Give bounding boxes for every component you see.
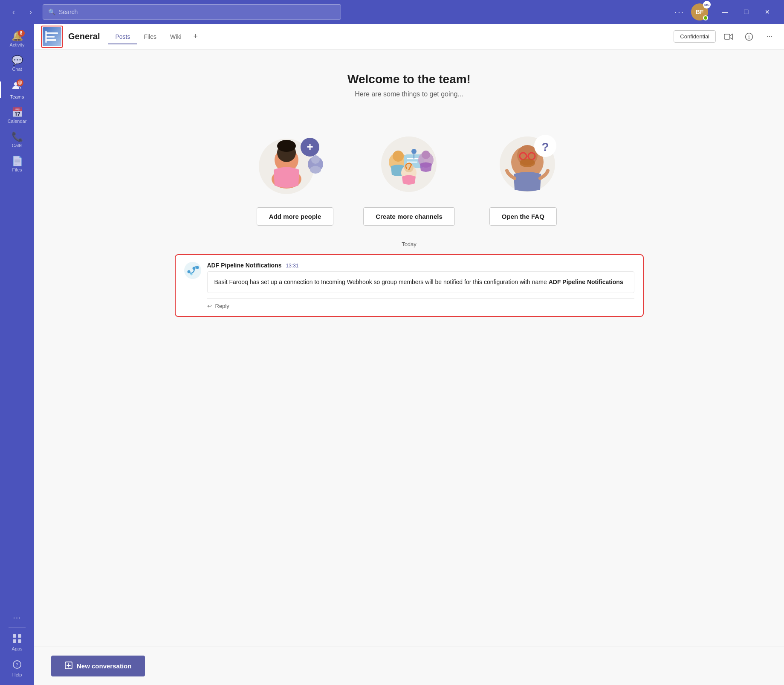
user-avatar-container[interactable]: BF MS: [691, 3, 708, 20]
calls-label: Calls: [12, 143, 22, 148]
svg-point-36: [422, 151, 430, 159]
files-icon: 📄: [12, 157, 23, 166]
add-people-button[interactable]: Add more people: [257, 207, 334, 226]
svg-text:?: ?: [16, 662, 18, 668]
search-placeholder: Search: [59, 9, 78, 15]
svg-rect-8: [46, 32, 58, 34]
add-people-illustration: +: [252, 124, 338, 200]
search-bar[interactable]: 🔍 Search: [43, 4, 341, 20]
welcome-subtitle: Here are some things to get going...: [51, 90, 767, 98]
teams-label: Teams: [10, 94, 24, 99]
svg-rect-9: [46, 36, 55, 38]
teams-badge: @: [17, 79, 23, 86]
sidebar-item-activity[interactable]: 🔔 8 Activity: [0, 27, 34, 52]
svg-point-27: [393, 151, 404, 162]
apps-label: Apps: [12, 646, 22, 651]
calls-icon: 📞: [12, 132, 23, 142]
channel-icon-box: [41, 26, 63, 48]
tab-wiki[interactable]: Wiki: [163, 30, 188, 44]
svg-text:?: ?: [541, 140, 549, 154]
close-button[interactable]: ✕: [758, 5, 777, 19]
maximize-button[interactable]: ☐: [736, 5, 756, 19]
video-call-button[interactable]: [721, 29, 736, 44]
svg-point-23: [311, 155, 320, 164]
svg-point-34: [404, 163, 414, 172]
svg-point-48: [192, 267, 195, 270]
message-header: ADF Pipeline Notifications 13:31: [207, 262, 634, 269]
tab-add-button[interactable]: +: [188, 29, 203, 44]
apps-icon: [12, 634, 22, 645]
search-icon: 🔍: [48, 9, 55, 15]
sidebar-item-calls[interactable]: 📞 Calls: [0, 128, 34, 152]
channel-more-button[interactable]: ···: [762, 29, 777, 44]
activity-icon: 🔔 8: [12, 32, 23, 41]
window-controls: — ☐ ✕: [715, 5, 777, 19]
channel-icon-inner: [43, 27, 61, 46]
calendar-icon: 📅: [12, 108, 23, 117]
teams-icon: @: [12, 80, 23, 93]
sidebar-item-calendar[interactable]: 📅 Calendar: [0, 104, 34, 128]
channel-tabs: Posts Files Wiki +: [108, 29, 203, 44]
action-card-channels: Create more channels: [363, 124, 455, 226]
message-content: Basit Farooq has set up a connection to …: [207, 271, 634, 293]
action-card-faq: ? Open the FAQ: [480, 124, 566, 226]
today-label: Today: [402, 241, 417, 247]
ms-badge: MS: [703, 1, 711, 9]
app-body: 🔔 8 Activity 💬 Chat @ Teams: [0, 24, 784, 685]
sidebar-item-help[interactable]: ? Help: [0, 656, 34, 682]
posts-content: Welcome to the team! Here are some thing…: [34, 49, 784, 647]
forward-button[interactable]: ›: [24, 5, 38, 19]
back-button[interactable]: ‹: [7, 5, 20, 19]
action-card-add-people: + Add more people: [252, 124, 338, 226]
sidebar-item-chat[interactable]: 💬 Chat: [0, 52, 34, 76]
channel-header: General Posts Files Wiki + Confidential: [34, 24, 784, 49]
help-label: Help: [12, 672, 22, 677]
sidebar-item-teams[interactable]: @ Teams: [0, 76, 34, 104]
message-text-plain: Basit Farooq has set up a connection to …: [214, 279, 549, 285]
compose-icon: [65, 662, 72, 670]
svg-rect-2: [13, 634, 16, 638]
message-body: ADF Pipeline Notifications 13:31 Basit F…: [207, 262, 634, 309]
online-status-dot: [703, 15, 708, 20]
svg-point-31: [411, 149, 417, 154]
message-time: 13:31: [286, 263, 299, 269]
more-apps-dots[interactable]: ···: [9, 609, 25, 626]
svg-point-43: [520, 159, 535, 167]
svg-point-49: [196, 266, 199, 269]
nav-arrows: ‹ ›: [7, 5, 38, 19]
today-divider: Today: [51, 241, 767, 247]
confidential-button[interactable]: Confidential: [674, 30, 716, 43]
minimize-button[interactable]: —: [715, 5, 735, 19]
welcome-section: Welcome to the team! Here are some thing…: [51, 60, 767, 111]
svg-point-24: [310, 166, 321, 174]
sidebar-item-apps[interactable]: Apps: [0, 630, 34, 656]
welcome-title: Welcome to the team!: [51, 73, 767, 86]
svg-text:i: i: [748, 34, 750, 40]
channels-illustration: [366, 124, 451, 200]
new-conversation-button[interactable]: New conversation: [51, 656, 145, 676]
message-bot-avatar: [184, 262, 201, 279]
channel-header-right: Confidential i ···: [674, 29, 777, 44]
svg-point-46: [185, 263, 200, 278]
calendar-label: Calendar: [8, 119, 27, 124]
svg-rect-10: [46, 39, 56, 41]
tab-posts[interactable]: Posts: [108, 30, 137, 44]
title-bar: ‹ › 🔍 Search ··· BF MS — ☐ ✕: [0, 0, 784, 24]
activity-label: Activity: [10, 42, 25, 47]
info-button[interactable]: i: [741, 29, 757, 44]
message-item: ADF Pipeline Notifications 13:31 Basit F…: [184, 262, 634, 309]
sidebar: 🔔 8 Activity 💬 Chat @ Teams: [0, 24, 34, 685]
svg-rect-4: [13, 639, 16, 643]
reply-bar[interactable]: ↩ Reply: [207, 298, 634, 309]
help-icon: ?: [12, 660, 22, 671]
titlebar-more-button[interactable]: ···: [674, 7, 684, 17]
svg-rect-3: [18, 634, 21, 638]
files-label: Files: [12, 167, 22, 172]
sidebar-divider: [9, 627, 26, 628]
svg-point-50: [190, 273, 192, 276]
tab-files[interactable]: Files: [137, 30, 164, 44]
create-channels-button[interactable]: Create more channels: [363, 207, 455, 226]
open-faq-button[interactable]: Open the FAQ: [489, 207, 557, 226]
sidebar-item-files[interactable]: 📄 Files: [0, 152, 34, 177]
title-bar-right: ··· BF MS — ☐ ✕: [674, 3, 777, 20]
